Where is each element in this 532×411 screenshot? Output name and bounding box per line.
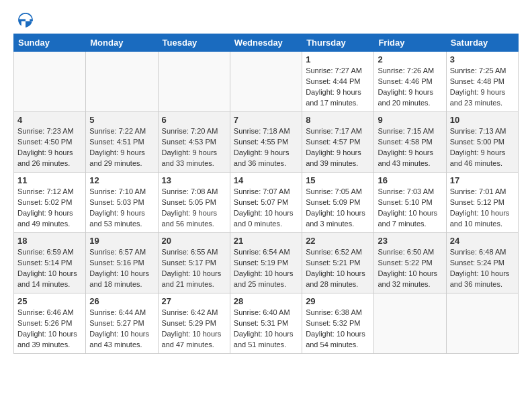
calendar-cell: 15Sunrise: 7:05 AM Sunset: 5:09 PM Dayli… bbox=[302, 173, 374, 233]
day-info: Sunrise: 7:22 AM Sunset: 4:51 PM Dayligh… bbox=[89, 126, 154, 169]
calendar-week-3: 11Sunrise: 7:12 AM Sunset: 5:02 PM Dayli… bbox=[14, 173, 519, 233]
day-number: 27 bbox=[162, 296, 226, 306]
calendar-cell: 18Sunrise: 6:59 AM Sunset: 5:14 PM Dayli… bbox=[14, 233, 86, 293]
calendar-cell: 4Sunrise: 7:23 AM Sunset: 4:50 PM Daylig… bbox=[14, 112, 86, 173]
calendar-header-saturday: Saturday bbox=[446, 34, 518, 52]
day-info: Sunrise: 6:42 AM Sunset: 5:29 PM Dayligh… bbox=[162, 308, 226, 351]
page: SundayMondayTuesdayWednesdayThursdayFrid… bbox=[0, 0, 532, 365]
day-info: Sunrise: 7:13 AM Sunset: 5:00 PM Dayligh… bbox=[450, 126, 515, 169]
calendar-cell: 3Sunrise: 7:25 AM Sunset: 4:48 PM Daylig… bbox=[446, 52, 518, 112]
day-number: 24 bbox=[450, 236, 515, 246]
calendar-cell: 19Sunrise: 6:57 AM Sunset: 5:16 PM Dayli… bbox=[86, 233, 158, 293]
calendar-cell: 7Sunrise: 7:18 AM Sunset: 4:55 PM Daylig… bbox=[230, 112, 302, 173]
calendar-cell: 13Sunrise: 7:08 AM Sunset: 5:05 PM Dayli… bbox=[158, 173, 230, 233]
calendar-header-wednesday: Wednesday bbox=[230, 34, 302, 52]
calendar-cell bbox=[158, 52, 230, 112]
day-number: 17 bbox=[450, 175, 515, 185]
calendar-cell: 25Sunrise: 6:46 AM Sunset: 5:26 PM Dayli… bbox=[14, 293, 86, 354]
day-number: 26 bbox=[89, 296, 154, 306]
day-info: Sunrise: 6:59 AM Sunset: 5:14 PM Dayligh… bbox=[17, 247, 82, 290]
day-info: Sunrise: 6:38 AM Sunset: 5:32 PM Dayligh… bbox=[306, 308, 370, 351]
day-number: 21 bbox=[234, 236, 298, 246]
day-number: 12 bbox=[89, 175, 154, 185]
calendar-cell: 23Sunrise: 6:50 AM Sunset: 5:22 PM Dayli… bbox=[374, 233, 446, 293]
calendar-header-tuesday: Tuesday bbox=[158, 34, 230, 52]
day-number: 2 bbox=[378, 54, 442, 64]
day-info: Sunrise: 7:08 AM Sunset: 5:05 PM Dayligh… bbox=[162, 187, 226, 230]
day-info: Sunrise: 7:01 AM Sunset: 5:12 PM Dayligh… bbox=[450, 187, 515, 230]
day-number: 22 bbox=[306, 236, 370, 246]
calendar-cell: 2Sunrise: 7:26 AM Sunset: 4:46 PM Daylig… bbox=[374, 52, 446, 112]
day-info: Sunrise: 7:23 AM Sunset: 4:50 PM Dayligh… bbox=[17, 126, 82, 169]
calendar-week-5: 25Sunrise: 6:46 AM Sunset: 5:26 PM Dayli… bbox=[14, 293, 519, 354]
day-number: 11 bbox=[17, 175, 82, 185]
calendar: SundayMondayTuesdayWednesdayThursdayFrid… bbox=[13, 34, 519, 354]
day-number: 16 bbox=[378, 175, 442, 185]
day-info: Sunrise: 7:17 AM Sunset: 4:57 PM Dayligh… bbox=[306, 126, 370, 169]
day-info: Sunrise: 7:26 AM Sunset: 4:46 PM Dayligh… bbox=[378, 66, 442, 109]
day-number: 6 bbox=[162, 115, 226, 125]
day-number: 8 bbox=[306, 115, 370, 125]
calendar-cell bbox=[446, 293, 518, 354]
day-number: 13 bbox=[162, 175, 226, 185]
calendar-cell: 27Sunrise: 6:42 AM Sunset: 5:29 PM Dayli… bbox=[158, 293, 230, 354]
day-info: Sunrise: 6:40 AM Sunset: 5:31 PM Dayligh… bbox=[234, 308, 298, 351]
day-number: 1 bbox=[306, 54, 370, 64]
calendar-cell bbox=[86, 52, 158, 112]
day-number: 18 bbox=[17, 236, 82, 246]
calendar-header-thursday: Thursday bbox=[302, 34, 374, 52]
calendar-cell bbox=[14, 52, 86, 112]
calendar-cell: 16Sunrise: 7:03 AM Sunset: 5:10 PM Dayli… bbox=[374, 173, 446, 233]
day-info: Sunrise: 6:57 AM Sunset: 5:16 PM Dayligh… bbox=[89, 247, 154, 290]
calendar-week-2: 4Sunrise: 7:23 AM Sunset: 4:50 PM Daylig… bbox=[14, 112, 519, 173]
calendar-cell: 29Sunrise: 6:38 AM Sunset: 5:32 PM Dayli… bbox=[302, 293, 374, 354]
day-info: Sunrise: 7:07 AM Sunset: 5:07 PM Dayligh… bbox=[234, 187, 298, 230]
day-info: Sunrise: 6:54 AM Sunset: 5:19 PM Dayligh… bbox=[234, 247, 298, 290]
day-info: Sunrise: 6:55 AM Sunset: 5:17 PM Dayligh… bbox=[162, 247, 226, 290]
day-info: Sunrise: 7:03 AM Sunset: 5:10 PM Dayligh… bbox=[378, 187, 442, 230]
calendar-cell: 21Sunrise: 6:54 AM Sunset: 5:19 PM Dayli… bbox=[230, 233, 302, 293]
calendar-cell bbox=[374, 293, 446, 354]
calendar-header-monday: Monday bbox=[86, 34, 158, 52]
day-info: Sunrise: 6:52 AM Sunset: 5:21 PM Dayligh… bbox=[306, 247, 370, 290]
day-number: 4 bbox=[17, 115, 82, 125]
day-info: Sunrise: 7:10 AM Sunset: 5:03 PM Dayligh… bbox=[89, 187, 154, 230]
day-info: Sunrise: 6:44 AM Sunset: 5:27 PM Dayligh… bbox=[89, 308, 154, 351]
calendar-cell: 26Sunrise: 6:44 AM Sunset: 5:27 PM Dayli… bbox=[86, 293, 158, 354]
day-info: Sunrise: 7:12 AM Sunset: 5:02 PM Dayligh… bbox=[17, 187, 82, 230]
calendar-week-1: 1Sunrise: 7:27 AM Sunset: 4:44 PM Daylig… bbox=[14, 52, 519, 112]
day-info: Sunrise: 6:46 AM Sunset: 5:26 PM Dayligh… bbox=[17, 308, 82, 351]
day-number: 5 bbox=[89, 115, 154, 125]
day-info: Sunrise: 6:50 AM Sunset: 5:22 PM Dayligh… bbox=[378, 247, 442, 290]
day-number: 7 bbox=[234, 115, 298, 125]
calendar-cell: 9Sunrise: 7:15 AM Sunset: 4:58 PM Daylig… bbox=[374, 112, 446, 173]
day-number: 9 bbox=[378, 115, 442, 125]
header bbox=[13, 11, 519, 30]
calendar-cell: 5Sunrise: 7:22 AM Sunset: 4:51 PM Daylig… bbox=[86, 112, 158, 173]
day-info: Sunrise: 6:48 AM Sunset: 5:24 PM Dayligh… bbox=[450, 247, 515, 290]
calendar-header-sunday: Sunday bbox=[14, 34, 86, 52]
calendar-cell: 12Sunrise: 7:10 AM Sunset: 5:03 PM Dayli… bbox=[86, 173, 158, 233]
calendar-cell: 11Sunrise: 7:12 AM Sunset: 5:02 PM Dayli… bbox=[14, 173, 86, 233]
day-info: Sunrise: 7:18 AM Sunset: 4:55 PM Dayligh… bbox=[234, 126, 298, 169]
calendar-cell bbox=[230, 52, 302, 112]
calendar-cell: 20Sunrise: 6:55 AM Sunset: 5:17 PM Dayli… bbox=[158, 233, 230, 293]
day-number: 15 bbox=[306, 175, 370, 185]
calendar-cell: 8Sunrise: 7:17 AM Sunset: 4:57 PM Daylig… bbox=[302, 112, 374, 173]
day-info: Sunrise: 7:27 AM Sunset: 4:44 PM Dayligh… bbox=[306, 66, 370, 109]
calendar-cell: 28Sunrise: 6:40 AM Sunset: 5:31 PM Dayli… bbox=[230, 293, 302, 354]
calendar-header-row: SundayMondayTuesdayWednesdayThursdayFrid… bbox=[14, 34, 519, 52]
logo-icon bbox=[16, 11, 35, 30]
day-info: Sunrise: 7:20 AM Sunset: 4:53 PM Dayligh… bbox=[162, 126, 226, 169]
day-number: 10 bbox=[450, 115, 515, 125]
day-number: 28 bbox=[234, 296, 298, 306]
day-number: 25 bbox=[17, 296, 82, 306]
day-info: Sunrise: 7:25 AM Sunset: 4:48 PM Dayligh… bbox=[450, 66, 515, 109]
day-number: 3 bbox=[450, 54, 515, 64]
day-number: 14 bbox=[234, 175, 298, 185]
day-info: Sunrise: 7:15 AM Sunset: 4:58 PM Dayligh… bbox=[378, 126, 442, 169]
logo bbox=[13, 11, 35, 30]
day-number: 23 bbox=[378, 236, 442, 246]
calendar-cell: 17Sunrise: 7:01 AM Sunset: 5:12 PM Dayli… bbox=[446, 173, 518, 233]
calendar-cell: 10Sunrise: 7:13 AM Sunset: 5:00 PM Dayli… bbox=[446, 112, 518, 173]
